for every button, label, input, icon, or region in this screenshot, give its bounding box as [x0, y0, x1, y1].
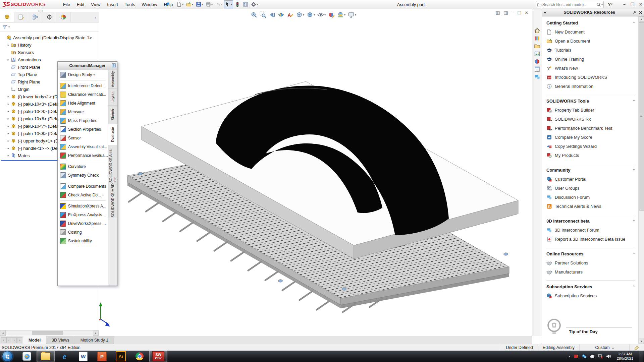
task-pane-link[interactable]: Tutorials	[546, 46, 637, 55]
tab-dimxpert[interactable]	[42, 12, 56, 22]
expand-arrow-icon[interactable]: ▸	[6, 43, 11, 47]
command-item[interactable]: Curvature	[58, 162, 108, 171]
tray-update-icon[interactable]	[582, 354, 587, 359]
save-button[interactable]: ▾	[195, 0, 204, 8]
assembly-model[interactable]	[99, 9, 532, 336]
task-pane-link[interactable]: Customer Portal	[546, 175, 637, 184]
command-item[interactable]: SimulationXpress A...	[58, 202, 108, 210]
scroll-down-icon[interactable]: ▼	[639, 339, 644, 344]
settings-gear-button[interactable]: ▾	[250, 0, 259, 8]
first-tab-icon[interactable]: «	[1, 337, 6, 343]
edit-appearance-button[interactable]	[327, 11, 335, 19]
search-caret-icon[interactable]: ▾	[601, 3, 603, 6]
command-item[interactable]: Costing	[58, 228, 108, 237]
section-header[interactable]: Subscription Services⌃	[546, 284, 635, 289]
doc-tab-motion-study-1[interactable]: Motion Study 1	[75, 336, 114, 344]
collapse-section-icon[interactable]: ⌃	[633, 285, 635, 289]
section-header[interactable]: SOLIDWORKS Tools⌃	[546, 99, 635, 104]
display-style-button[interactable]: ▾	[306, 11, 316, 19]
pin-pane-icon[interactable]	[633, 10, 637, 15]
taskbar-chrome[interactable]	[130, 351, 149, 362]
taskbar-powerpoint[interactable]: P	[93, 351, 111, 362]
tray-network-icon[interactable]	[598, 354, 603, 359]
doc-minimize-button[interactable]: −	[512, 10, 514, 15]
menu-edit[interactable]: Edit	[73, 0, 88, 9]
select-cursor-button[interactable]: ▾	[224, 0, 233, 8]
tree-horizontal-scrollbar[interactable]: ◂ ▸	[0, 330, 99, 336]
previous-view-button[interactable]	[268, 11, 276, 19]
tab-propmgr[interactable]	[14, 12, 28, 22]
command-item[interactable]: DriveWorksXpress ...	[58, 219, 108, 228]
strip-home[interactable]	[532, 27, 542, 35]
menu-window[interactable]: Window	[138, 0, 160, 9]
tab-config[interactable]	[28, 12, 42, 22]
scroll-right-icon[interactable]: ▸	[93, 330, 99, 336]
tray-sw-icon[interactable]: !	[574, 354, 579, 359]
tray-volume-icon[interactable]	[606, 354, 611, 359]
graphics-viewport[interactable]: A▾▾▾▾▾	[99, 9, 532, 336]
rebuild-button[interactable]	[234, 0, 241, 8]
dock-pane-right-icon[interactable]	[503, 11, 508, 15]
doc-tab-3d-views[interactable]: 3D Views	[46, 336, 75, 344]
close-pane-icon[interactable]: ✕	[639, 10, 642, 15]
command-item[interactable]: Compare Documents	[58, 182, 108, 191]
expand-arrow-icon[interactable]: ▸	[6, 110, 11, 113]
task-pane-link[interactable]: Discussion Forum	[546, 193, 637, 202]
section-header[interactable]: 3D Interconnect beta⌃	[546, 219, 635, 224]
cm-tab-solidworks-add-ins[interactable]: SOLIDWORKS Add-Ins	[108, 145, 117, 183]
cm-tab-sketch[interactable]: Sketch	[108, 105, 117, 124]
section-header[interactable]: Community⌃	[546, 168, 635, 173]
strip-view-palette[interactable]	[532, 50, 542, 58]
show-desktop-button[interactable]	[639, 351, 643, 362]
task-pane-scrollbar[interactable]: ▲ ▼	[638, 16, 644, 344]
section-view-button[interactable]	[277, 11, 285, 19]
dock-commandmanager-icon[interactable]	[111, 63, 116, 68]
command-item[interactable]: Measure	[58, 108, 108, 116]
command-item[interactable]: Check Active Do...▾	[58, 191, 108, 199]
task-pane-link[interactable]: ?What's New	[546, 64, 637, 73]
collapse-section-icon[interactable]: ⌃	[633, 21, 635, 25]
collapse-pane-icon[interactable]: «	[544, 10, 546, 15]
menu-insert[interactable]: Insert	[104, 0, 121, 9]
new-document-button[interactable]: ▾	[175, 0, 184, 8]
collapse-section-icon[interactable]: ⌃	[633, 252, 635, 256]
tree-filter[interactable]: ▾	[0, 22, 99, 32]
tag-icon[interactable]	[629, 344, 644, 351]
command-item[interactable]: Interference Detect...	[58, 81, 108, 90]
view-orientation-button[interactable]: ▾	[295, 11, 305, 19]
menu-file[interactable]: File	[60, 0, 73, 9]
tray-cloud-icon[interactable]	[590, 354, 595, 359]
zoom-fit-button[interactable]	[250, 11, 258, 19]
cm-tab-evaluate[interactable]: Evaluate	[108, 124, 117, 145]
expand-arrow-icon[interactable]: ▸	[6, 124, 11, 128]
task-pane-link[interactable]: Technical Alerts & News	[546, 202, 637, 211]
task-pane-link[interactable]: RxPerformance Benchmark Test	[546, 124, 637, 133]
options-list-button[interactable]	[242, 0, 249, 8]
minimize-button[interactable]: −	[623, 2, 626, 7]
apply-scene-button[interactable]: ▾	[336, 11, 346, 19]
tab-assembly[interactable]	[0, 12, 14, 22]
doc-tab-model[interactable]: Model	[23, 336, 46, 344]
command-item[interactable]: Sustainability	[58, 237, 108, 245]
panel-tabs-overflow[interactable]: ›	[70, 12, 99, 22]
prev-tab-icon[interactable]: ‹	[6, 337, 11, 343]
task-pane-link[interactable]: User Groups	[546, 184, 637, 193]
tree-item[interactable]: ▸History	[0, 41, 99, 49]
expand-arrow-icon[interactable]: ▸	[6, 132, 11, 135]
doc-restore-button[interactable]: ❐	[518, 10, 522, 15]
task-pane-link[interactable]: New Document	[546, 27, 637, 37]
expand-arrow-icon[interactable]: ▸	[6, 95, 11, 98]
expand-arrow-icon[interactable]: ▸	[6, 117, 11, 120]
close-button[interactable]: ✕	[639, 2, 643, 7]
cm-tab-solidworks-mbd[interactable]: SOLIDWORKS MBD	[108, 183, 117, 218]
open-document-button[interactable]: ▾	[185, 0, 194, 8]
command-item[interactable]: Sensor	[58, 134, 108, 142]
command-item[interactable]: Design Study▾	[58, 70, 108, 79]
strip-custom-properties[interactable]	[532, 65, 542, 73]
task-pane-link[interactable]: My Products	[546, 151, 637, 160]
scroll-thumb[interactable]	[32, 331, 63, 335]
panel-grip[interactable]	[38, 10, 43, 12]
strip-design-library[interactable]	[532, 35, 542, 42]
scroll-left-icon[interactable]: ◂	[0, 330, 6, 336]
taskbar-windows-media-player[interactable]: ▶	[18, 351, 36, 362]
